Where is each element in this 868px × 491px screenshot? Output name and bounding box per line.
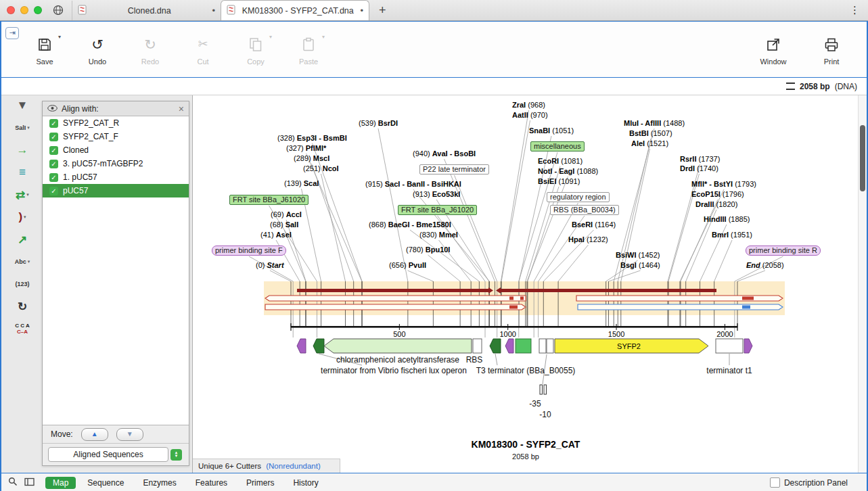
checkbox[interactable]: ✓ <box>49 173 58 182</box>
dropdown-stepper-button[interactable]: ▲▼ <box>170 449 182 461</box>
globe-icon[interactable] <box>53 5 64 16</box>
alignment-read[interactable] <box>578 304 783 310</box>
collapse-arrow-icon[interactable]: ▼ <box>17 98 28 113</box>
redo-icon: ↻ <box>130 34 170 55</box>
nonredundant-link[interactable]: (Nonredundant) <box>266 462 321 470</box>
redo-button[interactable]: ↻Redo <box>130 34 170 66</box>
align-item-label: 1. pUC57 <box>63 172 97 182</box>
align-panel-header: Align with: × <box>43 101 189 116</box>
move-up-button[interactable]: ▲ <box>81 428 108 441</box>
panel-layout-icon[interactable] <box>24 477 35 488</box>
leader-line <box>302 189 321 281</box>
move-down-button[interactable]: ▼ <box>116 428 143 441</box>
tab-features[interactable]: Features <box>188 477 235 489</box>
white-box-1[interactable] <box>539 339 546 353</box>
save-button[interactable]: ▾Save <box>24 34 65 66</box>
window-button[interactable]: Window <box>753 34 794 66</box>
document-tab[interactable]: KM018300 - SYFP2_CAT.dna• <box>221 0 369 20</box>
close-window-icon[interactable] <box>7 6 15 14</box>
alignment-read[interactable] <box>297 289 488 292</box>
alignment-read[interactable] <box>265 296 526 301</box>
alignment-read[interactable] <box>265 304 526 310</box>
align-item-label: SYFP2_CAT_F <box>63 132 118 141</box>
print-button[interactable]: Print <box>811 34 852 66</box>
rotate-tool-icon[interactable]: ↻ <box>18 299 27 314</box>
checkbox[interactable]: ✓ <box>49 146 58 155</box>
cat-gene[interactable] <box>324 339 472 353</box>
overflow-menu-icon[interactable]: ⋮ <box>850 4 860 16</box>
tab-sequence[interactable]: Sequence <box>80 477 131 489</box>
rbs[interactable] <box>473 339 482 353</box>
leader-line <box>681 200 718 281</box>
description-panel-checkbox[interactable] <box>770 477 780 488</box>
tab-map[interactable]: Map <box>45 477 76 489</box>
chevron-down-icon: ▾ <box>24 214 26 220</box>
align-list-item[interactable]: ✓Cloned <box>43 143 189 157</box>
checkbox[interactable]: ✓ <box>49 133 58 141</box>
align-tool-icon[interactable]: ≡ <box>19 165 26 180</box>
document-tab[interactable]: Cloned.dna• <box>72 1 221 20</box>
align-list-item[interactable]: ✓1. pUC57 <box>43 170 189 184</box>
align-list-item[interactable]: ✓SYFP2_CAT_F <box>43 130 189 143</box>
arc-tool-icon[interactable]: )▾ <box>18 210 26 225</box>
terminator-vibrio[interactable] <box>313 339 324 353</box>
numbering-tool-icon[interactable]: (123) <box>15 277 29 291</box>
tab-enzymes[interactable]: Enzymes <box>135 477 183 489</box>
enzyme-tool-icon[interactable]: SalI▾ <box>15 120 30 135</box>
cut-button[interactable]: ✂Cut <box>183 34 223 66</box>
feature-inline-label: SYFP2 <box>617 342 641 350</box>
leader-line <box>410 230 479 281</box>
primer-binding-site-f[interactable] <box>297 339 306 353</box>
eye-icon[interactable] <box>47 104 58 114</box>
mismatch-mark <box>742 297 754 300</box>
checkbox[interactable]: ✓ <box>49 160 58 168</box>
t3-terminator[interactable] <box>490 339 501 353</box>
checkbox[interactable]: ✓ <box>49 119 58 128</box>
align-list-item[interactable]: ✓pUC57 <box>43 184 189 197</box>
cutters-bar: Unique 6+ Cutters (Nonredundant) <box>193 459 340 473</box>
white-box-2[interactable] <box>547 339 553 353</box>
translate-arrow-tool-icon[interactable]: → <box>17 143 28 158</box>
aligned-sequences-row: Aligned Sequences ▲▼ <box>43 443 189 465</box>
search-icon[interactable] <box>8 477 18 488</box>
green-box-feature[interactable] <box>516 339 531 353</box>
alignment-read[interactable] <box>501 289 716 292</box>
undo-button[interactable]: ↺Undo <box>77 34 118 66</box>
copy-button[interactable]: ▾Copy <box>235 34 276 66</box>
description-panel-label[interactable]: Description Panel <box>784 478 848 488</box>
new-tab-button[interactable]: + <box>369 3 396 18</box>
aligned-sequences-dropdown[interactable]: Aligned Sequences <box>48 447 168 462</box>
save-icon: ▾ <box>24 34 65 55</box>
tab-history[interactable]: History <box>285 477 325 489</box>
align-panel-title: Align with: <box>62 104 99 114</box>
leader-line <box>286 220 306 281</box>
connector-line <box>543 354 547 384</box>
primer-binding-site-r[interactable] <box>744 339 752 353</box>
minimize-window-icon[interactable] <box>20 6 28 14</box>
leader-line <box>284 230 306 281</box>
purple-mid-feature[interactable] <box>505 339 513 353</box>
text-tool-icon[interactable]: Abc▾ <box>15 254 30 269</box>
sidebar-toggle-button[interactable]: ⇥ <box>5 27 19 39</box>
draw-arrow-tool-icon[interactable]: ↗ <box>18 232 27 247</box>
leader-line <box>438 216 486 281</box>
leader-line <box>270 271 291 281</box>
vertical-scrollbar[interactable] <box>858 95 867 473</box>
tab-primers[interactable]: Primers <box>239 477 281 489</box>
align-list-item[interactable]: ✓3. pUC57-mTAGBFP2 <box>43 157 189 170</box>
paste-icon: ▾ <box>288 34 329 55</box>
toolbar-right-group: WindowPrint <box>753 34 852 66</box>
tool-strip: ▼SalI▾→≡⇄▾)▾↗Abc▾(123)↻C C AC–A <box>7 98 38 336</box>
align-list-item[interactable]: ✓SYFP2_CAT_R <box>43 116 189 130</box>
paste-button[interactable]: ▾Paste <box>288 34 329 66</box>
terminator-t1[interactable] <box>716 339 743 353</box>
checkbox[interactable]: ✓ <box>49 187 58 195</box>
zoom-window-icon[interactable] <box>34 6 42 14</box>
scrollbar-thumb[interactable] <box>860 125 865 191</box>
close-icon[interactable]: × <box>179 104 184 114</box>
leader-line <box>714 240 732 281</box>
map-pane: 500100015002000SYFP2 (539) BsrDI(328) Es… <box>193 95 867 473</box>
primer-pair-tool-icon[interactable]: ⇄▾ <box>16 187 29 202</box>
chevron-down-icon: ▾ <box>269 34 272 40</box>
trna-tool-icon[interactable]: C C AC–A <box>15 321 29 336</box>
